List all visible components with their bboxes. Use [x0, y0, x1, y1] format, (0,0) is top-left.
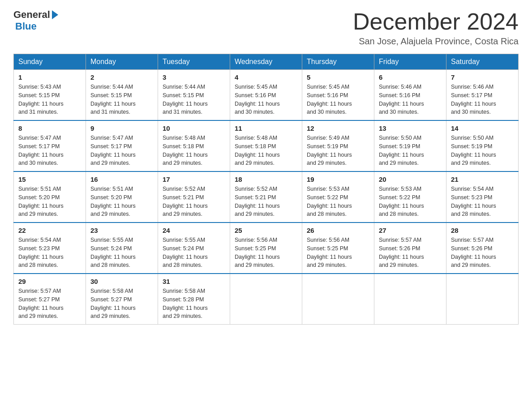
table-row: 19 Sunrise: 5:53 AMSunset: 5:22 PMDaylig…	[302, 171, 374, 223]
table-row: 23 Sunrise: 5:55 AMSunset: 5:24 PMDaylig…	[86, 223, 158, 274]
header-sunday: Sunday	[14, 54, 86, 70]
page-header: General Blue December 2024 San Jose, Ala…	[13, 9, 519, 47]
logo-general-text: General	[13, 9, 50, 21]
day-info: Sunrise: 5:45 AMSunset: 5:16 PMDaylight:…	[307, 83, 369, 116]
day-info: Sunrise: 5:47 AMSunset: 5:17 PMDaylight:…	[90, 134, 153, 167]
table-row: 4 Sunrise: 5:45 AMSunset: 5:16 PMDayligh…	[230, 70, 302, 121]
day-info: Sunrise: 5:57 AMSunset: 5:26 PMDaylight:…	[379, 236, 442, 270]
day-number: 11	[235, 124, 297, 132]
day-info: Sunrise: 5:50 AMSunset: 5:19 PMDaylight:…	[451, 134, 514, 167]
day-info: Sunrise: 5:43 AMSunset: 5:15 PMDaylight:…	[18, 83, 81, 116]
day-number: 26	[307, 227, 369, 234]
table-row	[302, 274, 374, 325]
day-number: 1	[18, 73, 81, 81]
table-row	[374, 274, 446, 325]
table-row: 2 Sunrise: 5:44 AMSunset: 5:15 PMDayligh…	[86, 70, 158, 121]
table-row: 7 Sunrise: 5:46 AMSunset: 5:17 PMDayligh…	[446, 70, 519, 121]
table-row: 12 Sunrise: 5:49 AMSunset: 5:19 PMDaylig…	[302, 120, 374, 171]
day-number: 22	[18, 227, 81, 234]
calendar-week-2: 8 Sunrise: 5:47 AMSunset: 5:17 PMDayligh…	[14, 120, 519, 171]
table-row	[446, 274, 519, 325]
day-number: 23	[90, 227, 153, 234]
day-info: Sunrise: 5:46 AMSunset: 5:17 PMDaylight:…	[451, 83, 514, 116]
day-number: 16	[90, 176, 153, 183]
table-row: 13 Sunrise: 5:50 AMSunset: 5:19 PMDaylig…	[374, 120, 446, 171]
day-info: Sunrise: 5:58 AMSunset: 5:27 PMDaylight:…	[90, 287, 153, 321]
day-info: Sunrise: 5:46 AMSunset: 5:16 PMDaylight:…	[379, 83, 442, 116]
day-info: Sunrise: 5:49 AMSunset: 5:19 PMDaylight:…	[307, 134, 369, 167]
day-number: 28	[451, 227, 514, 234]
day-number: 21	[451, 176, 514, 183]
day-number: 31	[163, 278, 225, 285]
day-number: 9	[90, 124, 153, 132]
header-wednesday: Wednesday	[230, 54, 302, 70]
logo: General Blue	[13, 9, 58, 32]
header-saturday: Saturday	[446, 54, 519, 70]
table-row: 18 Sunrise: 5:52 AMSunset: 5:21 PMDaylig…	[230, 171, 302, 223]
table-row: 22 Sunrise: 5:54 AMSunset: 5:23 PMDaylig…	[14, 223, 86, 274]
table-row: 21 Sunrise: 5:54 AMSunset: 5:23 PMDaylig…	[446, 171, 519, 223]
table-row: 10 Sunrise: 5:48 AMSunset: 5:18 PMDaylig…	[158, 120, 230, 171]
day-number: 14	[451, 124, 514, 132]
table-row: 17 Sunrise: 5:52 AMSunset: 5:21 PMDaylig…	[158, 171, 230, 223]
day-number: 27	[379, 227, 442, 234]
calendar-week-5: 29 Sunrise: 5:57 AMSunset: 5:27 PMDaylig…	[14, 274, 519, 325]
day-number: 15	[18, 176, 81, 183]
table-row: 14 Sunrise: 5:50 AMSunset: 5:19 PMDaylig…	[446, 120, 519, 171]
table-row	[230, 274, 302, 325]
day-number: 30	[90, 278, 153, 285]
day-number: 4	[235, 73, 297, 81]
day-number: 2	[90, 73, 153, 81]
day-info: Sunrise: 5:52 AMSunset: 5:21 PMDaylight:…	[163, 185, 225, 218]
table-row: 8 Sunrise: 5:47 AMSunset: 5:17 PMDayligh…	[14, 120, 86, 171]
day-number: 17	[163, 176, 225, 183]
day-info: Sunrise: 5:56 AMSunset: 5:25 PMDaylight:…	[307, 236, 369, 270]
table-row: 6 Sunrise: 5:46 AMSunset: 5:16 PMDayligh…	[374, 70, 446, 121]
calendar-week-1: 1 Sunrise: 5:43 AMSunset: 5:15 PMDayligh…	[14, 70, 519, 121]
table-row: 30 Sunrise: 5:58 AMSunset: 5:27 PMDaylig…	[86, 274, 158, 325]
header-tuesday: Tuesday	[158, 54, 230, 70]
day-info: Sunrise: 5:53 AMSunset: 5:22 PMDaylight:…	[379, 185, 442, 218]
day-info: Sunrise: 5:53 AMSunset: 5:22 PMDaylight:…	[307, 185, 369, 218]
day-info: Sunrise: 5:55 AMSunset: 5:24 PMDaylight:…	[90, 236, 153, 270]
day-number: 10	[163, 124, 225, 132]
day-number: 6	[379, 73, 442, 81]
day-number: 20	[379, 176, 442, 183]
day-info: Sunrise: 5:51 AMSunset: 5:20 PMDaylight:…	[90, 185, 153, 218]
month-title: December 2024	[353, 9, 519, 34]
header-monday: Monday	[86, 54, 158, 70]
day-info: Sunrise: 5:52 AMSunset: 5:21 PMDaylight:…	[235, 185, 297, 218]
day-info: Sunrise: 5:51 AMSunset: 5:20 PMDaylight:…	[18, 185, 81, 218]
day-info: Sunrise: 5:50 AMSunset: 5:19 PMDaylight:…	[379, 134, 442, 167]
table-row: 9 Sunrise: 5:47 AMSunset: 5:17 PMDayligh…	[86, 120, 158, 171]
table-row: 26 Sunrise: 5:56 AMSunset: 5:25 PMDaylig…	[302, 223, 374, 274]
day-number: 3	[163, 73, 225, 81]
day-number: 18	[235, 176, 297, 183]
table-row: 3 Sunrise: 5:44 AMSunset: 5:15 PMDayligh…	[158, 70, 230, 121]
day-number: 12	[307, 124, 369, 132]
calendar-table: Sunday Monday Tuesday Wednesday Thursday…	[13, 54, 519, 325]
title-section: December 2024 San Jose, Alajuela Provinc…	[353, 9, 519, 47]
calendar-header-row: Sunday Monday Tuesday Wednesday Thursday…	[14, 54, 519, 70]
day-info: Sunrise: 5:56 AMSunset: 5:25 PMDaylight:…	[235, 236, 297, 270]
header-friday: Friday	[374, 54, 446, 70]
day-info: Sunrise: 5:57 AMSunset: 5:26 PMDaylight:…	[451, 236, 514, 270]
day-info: Sunrise: 5:55 AMSunset: 5:24 PMDaylight:…	[163, 236, 225, 270]
day-info: Sunrise: 5:54 AMSunset: 5:23 PMDaylight:…	[18, 236, 81, 270]
table-row: 15 Sunrise: 5:51 AMSunset: 5:20 PMDaylig…	[14, 171, 86, 223]
day-info: Sunrise: 5:45 AMSunset: 5:16 PMDaylight:…	[235, 83, 297, 116]
day-number: 13	[379, 124, 442, 132]
header-thursday: Thursday	[302, 54, 374, 70]
table-row: 11 Sunrise: 5:48 AMSunset: 5:18 PMDaylig…	[230, 120, 302, 171]
day-info: Sunrise: 5:48 AMSunset: 5:18 PMDaylight:…	[163, 134, 225, 167]
table-row: 1 Sunrise: 5:43 AMSunset: 5:15 PMDayligh…	[14, 70, 86, 121]
table-row: 25 Sunrise: 5:56 AMSunset: 5:25 PMDaylig…	[230, 223, 302, 274]
day-info: Sunrise: 5:44 AMSunset: 5:15 PMDaylight:…	[90, 83, 153, 116]
calendar-week-3: 15 Sunrise: 5:51 AMSunset: 5:20 PMDaylig…	[14, 171, 519, 223]
table-row: 20 Sunrise: 5:53 AMSunset: 5:22 PMDaylig…	[374, 171, 446, 223]
table-row: 29 Sunrise: 5:57 AMSunset: 5:27 PMDaylig…	[14, 274, 86, 325]
table-row: 24 Sunrise: 5:55 AMSunset: 5:24 PMDaylig…	[158, 223, 230, 274]
table-row: 27 Sunrise: 5:57 AMSunset: 5:26 PMDaylig…	[374, 223, 446, 274]
day-number: 19	[307, 176, 369, 183]
day-info: Sunrise: 5:48 AMSunset: 5:18 PMDaylight:…	[235, 134, 297, 167]
